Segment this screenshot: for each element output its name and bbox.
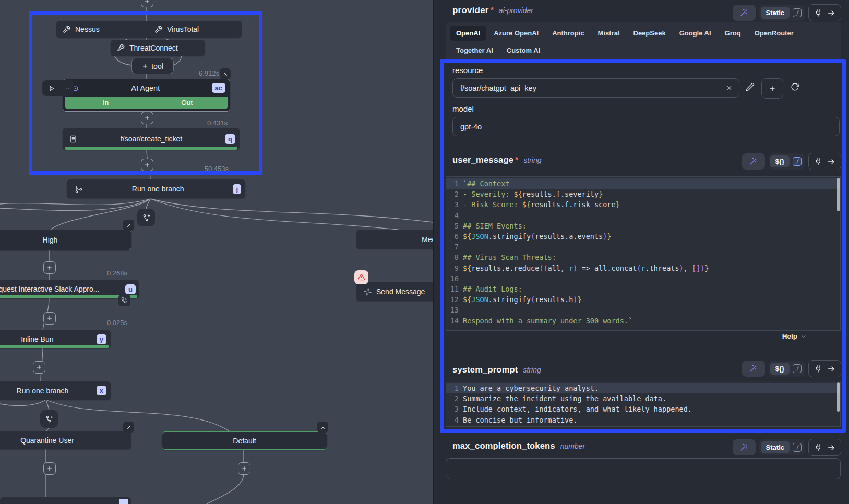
node-create-ticket[interactable]: f/soar/create_ticket q [63, 128, 240, 150]
help-dropdown[interactable]: Help [782, 332, 807, 340]
provider-tab-anthropic[interactable]: Anthropic [546, 26, 590, 41]
ai-autofill-button[interactable] [733, 439, 756, 455]
node-branch-high[interactable]: High [0, 230, 131, 250]
system-prompt-code-editor[interactable]: 1You are a cybersecurity analyst.2Summar… [446, 381, 841, 427]
provider-tab-azure-openai[interactable]: Azure OpenAI [487, 26, 545, 41]
user-message-code-editor[interactable]: 1`## Context2- Severity: ${results.f.sev… [446, 176, 841, 331]
add-node-connector[interactable] [43, 261, 56, 274]
add-branch-button[interactable] [137, 209, 155, 226]
expression-mode-pill[interactable]: ${} [770, 155, 790, 167]
ai-autofill-button[interactable] [742, 153, 765, 170]
remove-high-branch-button[interactable] [123, 220, 134, 231]
provider-tab-custom-ai[interactable]: Custom AI [500, 43, 547, 58]
node-send-message[interactable]: Send Message [356, 282, 433, 301]
expression-mode-icon[interactable]: ƒ [793, 443, 802, 452]
node-slack-approval[interactable]: Request Interactive Slack Appro... u [0, 280, 139, 298]
node-run-one-branch-2[interactable]: Run one branch x [0, 381, 111, 400]
static-mode-pill[interactable]: Static [761, 441, 790, 453]
add-node-connector[interactable] [141, 0, 153, 7]
chevron-down-icon[interactable] [61, 80, 74, 96]
expression-mode-pill[interactable]: ${} [770, 363, 790, 375]
node-title: Medium [356, 235, 433, 244]
add-node-connector[interactable] [43, 462, 56, 475]
add-node-connector[interactable] [43, 312, 56, 325]
plus-icon [46, 315, 53, 321]
provider-tab-openrouter[interactable]: OpenRouter [748, 26, 800, 41]
tool-port-chip[interactable]: tool [131, 58, 174, 74]
run-node-button-group[interactable] [42, 80, 74, 96]
connect-output-group[interactable] [808, 439, 841, 456]
add-node-connector[interactable] [141, 159, 153, 171]
arrow-right-icon[interactable] [827, 365, 835, 373]
clear-icon[interactable] [726, 85, 733, 91]
tool-port-label: tool [151, 62, 163, 70]
node-branch-medium[interactable]: Medium [356, 230, 433, 249]
remove-default-branch-button[interactable] [317, 422, 328, 433]
provider-tab-groq[interactable]: Groq [719, 26, 747, 41]
ai-autofill-button[interactable] [742, 361, 765, 377]
node-inline-bun[interactable]: Inline Bun y [0, 330, 111, 348]
max-completion-tokens-input[interactable] [453, 465, 834, 473]
arrow-right-icon[interactable] [827, 158, 835, 166]
edit-resource-button[interactable] [746, 82, 755, 91]
mode-toggle-group[interactable]: Static ƒ [759, 5, 805, 21]
provider-tab-openai[interactable]: OpenAI [450, 26, 486, 41]
static-mode-pill[interactable]: Static [761, 7, 790, 19]
provider-tab-google-ai[interactable]: Google AI [673, 26, 718, 41]
mode-toggle-group[interactable]: Static ƒ [759, 439, 805, 455]
mode-toggle-group[interactable]: ${} ƒ [769, 361, 805, 377]
node-title: Run one branch [0, 387, 97, 395]
provider-tab-together-ai[interactable]: Together AI [450, 43, 499, 58]
success-bar [65, 147, 237, 150]
close-icon [126, 223, 131, 228]
port-in[interactable]: In [65, 97, 147, 109]
add-node-connector[interactable] [33, 361, 45, 374]
plug-icon[interactable] [814, 443, 822, 452]
editor-scrollbar[interactable] [837, 178, 840, 211]
node-run-one-branch-1[interactable]: Run one branch j [67, 179, 245, 198]
node-ai-agent[interactable]: AI Agent ac In Out [63, 79, 230, 112]
provider-tab-deepseek[interactable]: DeepSeek [627, 26, 672, 41]
arrow-right-icon[interactable] [827, 9, 835, 17]
play-icon[interactable] [42, 80, 61, 96]
plug-icon[interactable] [814, 365, 822, 373]
add-branch-button[interactable] [40, 410, 58, 428]
connect-output-group[interactable] [808, 360, 841, 377]
workflow-canvas[interactable]: 6.912s 0.431s 50.453s 0.268s 0.025s Ness… [0, 0, 433, 504]
editor-scrollbar[interactable] [837, 382, 840, 412]
remove-quarantine-branch-button[interactable] [123, 422, 134, 433]
node-branch-default[interactable]: Default [162, 431, 327, 450]
ai-autofill-button[interactable] [733, 5, 756, 21]
add-node-connector[interactable] [238, 462, 250, 475]
model-input-box[interactable] [452, 117, 840, 136]
node-clipped-bottom[interactable] [0, 497, 131, 504]
node-virustotal[interactable]: VirusTotal [148, 21, 242, 38]
port-out[interactable]: Out [147, 97, 228, 109]
max-completion-tokens-input-box[interactable] [446, 458, 841, 479]
plug-icon[interactable] [814, 158, 822, 166]
required-asterisk: * [491, 6, 494, 15]
mode-toggle-group[interactable]: ${} ƒ [769, 153, 805, 170]
node-threatconnect[interactable]: ThreatConnect [111, 40, 205, 56]
connect-output-group[interactable] [808, 153, 841, 170]
resource-input-box[interactable] [452, 78, 739, 98]
plus-icon [241, 465, 247, 472]
add-resource-button[interactable] [761, 78, 783, 99]
remove-ai-agent-button[interactable] [220, 68, 231, 79]
plus-icon [144, 162, 150, 168]
connect-output-group[interactable] [808, 4, 841, 21]
provider-field-header: provider* ai-provider [452, 5, 533, 16]
arrow-right-icon[interactable] [827, 443, 835, 452]
help-label: Help [782, 332, 797, 340]
expression-mode-icon[interactable]: ƒ [793, 364, 802, 373]
model-input[interactable] [460, 123, 833, 131]
refresh-resources-button[interactable] [791, 82, 799, 91]
expression-mode-icon[interactable]: ƒ [793, 8, 802, 17]
node-nessus[interactable]: Nessus [56, 21, 155, 38]
expression-mode-icon[interactable]: ƒ [793, 157, 802, 166]
node-quarantine-user[interactable]: Quarantine User [0, 431, 131, 449]
plug-icon[interactable] [814, 9, 822, 17]
add-node-connector[interactable] [141, 112, 153, 124]
provider-tab-mistral[interactable]: Mistral [592, 26, 626, 41]
resource-input[interactable] [460, 84, 726, 92]
